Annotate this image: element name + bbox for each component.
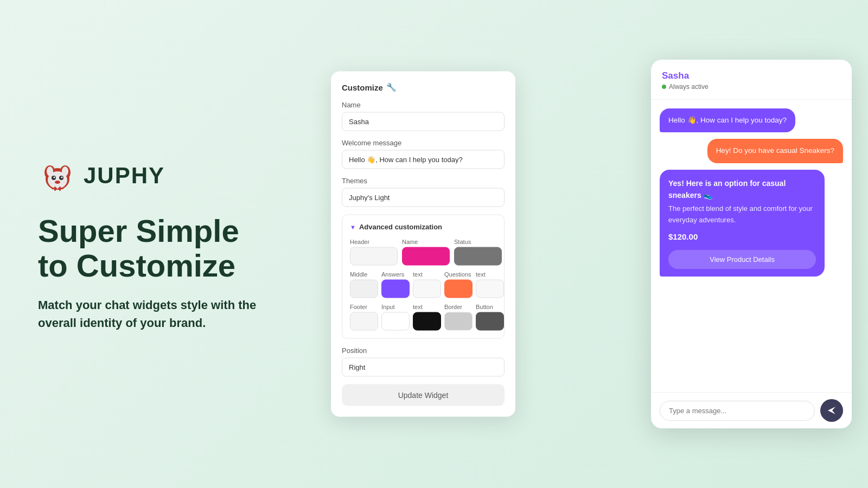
message-bot-1: Hello 👋, How can I help you today? [660, 108, 795, 132]
answers-text-color-item: text [413, 271, 441, 298]
svg-point-9 [61, 177, 63, 178]
send-icon [827, 406, 837, 415]
welcome-group: Welcome message [342, 139, 505, 169]
answers-text-color-swatch[interactable] [413, 280, 441, 298]
message-user-1: Hey! Do you have casual Sneakers? [707, 139, 843, 163]
status-color-label: Status [454, 239, 471, 245]
name-color-swatch[interactable] [402, 247, 450, 266]
hero-title: Super Simple to Customize [38, 214, 266, 283]
questions-text-color-label: text [476, 271, 486, 278]
send-message-button[interactable] [820, 399, 843, 422]
color-grid-row1: Header Name Status [350, 239, 496, 266]
status-color-item: Status [454, 239, 502, 266]
product-title: Yes! Here is an option for casual sneake… [668, 177, 816, 202]
position-input[interactable] [342, 358, 505, 377]
name-color-label: Name [402, 239, 418, 245]
chat-message-input[interactable] [660, 401, 815, 421]
welcome-input[interactable] [342, 150, 505, 169]
product-price: $120.00 [668, 230, 816, 243]
input-color-item: Input [381, 304, 410, 331]
logo-area: JUPHY [38, 156, 266, 195]
questions-text-color-swatch[interactable] [476, 280, 504, 298]
name-color-item: Name [402, 239, 450, 266]
border-color-swatch[interactable] [444, 312, 473, 331]
middle-color-label: Middle [350, 271, 367, 278]
footer-color-label: Footer [350, 304, 367, 310]
themes-input[interactable] [342, 188, 505, 207]
customize-panel: Customize 🔧 Name Welcome message Themes … [331, 72, 515, 417]
name-input[interactable] [342, 112, 505, 131]
product-description: The perfect blend of style and comfort f… [668, 203, 816, 226]
button-color-label: Button [476, 304, 493, 310]
themes-group: Themes [342, 177, 505, 207]
chat-status: Always active [662, 83, 841, 91]
update-widget-button[interactable]: Update Widget [342, 384, 505, 406]
chat-header: Sasha Always active [651, 60, 852, 100]
answers-color-label: Answers [381, 271, 404, 278]
questions-color-item: Questions [444, 271, 473, 298]
text-color-swatch[interactable] [413, 312, 441, 331]
name-label: Name [342, 101, 505, 109]
border-color-label: Border [444, 304, 462, 310]
footer-color-item: Footer [350, 304, 378, 331]
advanced-section: ▼ Advanced customization Header Name Sta… [342, 215, 505, 339]
advanced-header[interactable]: ▼ Advanced customization [350, 223, 496, 231]
text-color-label: text [413, 304, 423, 310]
answers-text-color-label: text [413, 271, 423, 278]
text-color-item: text [413, 304, 441, 331]
juphy-logo-icon [38, 156, 77, 195]
advanced-arrow-icon: ▼ [350, 223, 356, 230]
status-text: Always active [669, 83, 709, 91]
view-product-details-button[interactable]: View Product Details [668, 250, 816, 269]
answers-color-swatch[interactable] [381, 280, 410, 298]
chat-panel: Sasha Always active Hello 👋, How can I h… [651, 60, 852, 428]
border-color-item: Border [444, 304, 473, 331]
message-user-1-text: Hey! Do you have casual Sneakers? [716, 146, 834, 155]
header-color-swatch[interactable] [350, 247, 398, 266]
chat-input-area [651, 392, 852, 428]
chat-bot-name: Sasha [662, 70, 841, 81]
svg-point-10 [55, 181, 60, 184]
svg-rect-14 [58, 188, 63, 189]
logo-text: JUPHY [84, 163, 165, 189]
svg-point-5 [48, 171, 67, 189]
panel-title: Customize 🔧 [342, 82, 505, 92]
chat-messages: Hello 👋, How can I help you today? Hey! … [651, 100, 852, 392]
position-group: Position [342, 346, 505, 377]
welcome-label: Welcome message [342, 139, 505, 147]
answers-color-item: Answers [381, 271, 410, 298]
button-color-item: Button [476, 304, 504, 331]
message-bot-1-text: Hello 👋, How can I help you today? [668, 116, 787, 124]
svg-point-8 [54, 177, 55, 178]
header-color-label: Header [350, 239, 369, 245]
message-bot-product: Yes! Here is an option for casual sneake… [660, 170, 825, 277]
right-section: Customize 🔧 Name Welcome message Themes … [304, 0, 868, 488]
header-color-item: Header [350, 239, 398, 266]
position-label: Position [342, 346, 505, 355]
questions-text-color-item: text [476, 271, 504, 298]
panel-title-text: Customize [342, 82, 383, 92]
themes-label: Themes [342, 177, 505, 185]
left-section: JUPHY Super Simple to Customize Match yo… [0, 124, 304, 364]
name-group: Name [342, 101, 505, 131]
footer-color-swatch[interactable] [350, 312, 378, 331]
middle-color-item: Middle [350, 271, 378, 298]
input-color-label: Input [381, 304, 394, 310]
hero-subtitle: Match your chat widgets style with the o… [38, 296, 266, 332]
status-color-swatch[interactable] [454, 247, 502, 266]
input-color-swatch[interactable] [381, 312, 410, 331]
panel-title-icon: 🔧 [386, 82, 397, 92]
button-color-swatch[interactable] [476, 312, 504, 331]
svg-rect-13 [52, 188, 57, 189]
middle-color-swatch[interactable] [350, 280, 378, 298]
questions-color-swatch[interactable] [444, 280, 473, 298]
questions-color-label: Questions [444, 271, 471, 278]
status-dot-icon [662, 85, 666, 89]
advanced-label: Advanced customization [359, 223, 442, 231]
